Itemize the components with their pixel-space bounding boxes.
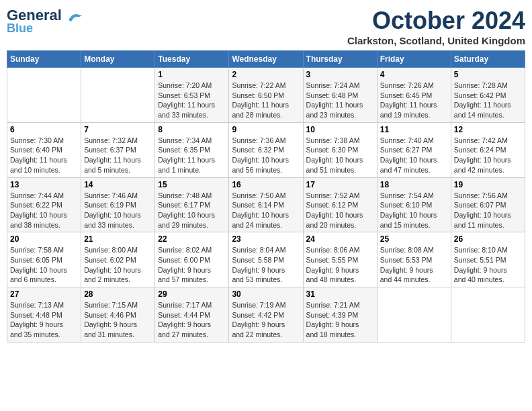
- day-info: Sunrise: 7:20 AM Sunset: 6:53 PM Dayligh…: [158, 81, 226, 120]
- day-info: Sunrise: 7:48 AM Sunset: 6:17 PM Dayligh…: [158, 191, 226, 230]
- day-number: 29: [158, 289, 226, 299]
- day-number: 31: [306, 289, 374, 299]
- day-info: Sunrise: 7:56 AM Sunset: 6:07 PM Dayligh…: [454, 191, 522, 230]
- logo: General Blue: [7, 7, 85, 36]
- day-cell: 9Sunrise: 7:36 AM Sunset: 6:32 PM Daylig…: [229, 122, 303, 177]
- day-number: 30: [232, 289, 300, 299]
- bird-icon: [66, 11, 85, 24]
- day-number: 18: [380, 180, 448, 189]
- day-info: Sunrise: 8:02 AM Sunset: 6:00 PM Dayligh…: [158, 245, 226, 285]
- day-info: Sunrise: 7:17 AM Sunset: 4:44 PM Dayligh…: [158, 300, 226, 340]
- day-cell: 11Sunrise: 7:40 AM Sunset: 6:27 PM Dayli…: [377, 122, 451, 177]
- day-number: 14: [84, 180, 152, 189]
- day-cell: 17Sunrise: 7:52 AM Sunset: 6:12 PM Dayli…: [303, 177, 377, 232]
- day-info: Sunrise: 7:54 AM Sunset: 6:10 PM Dayligh…: [380, 191, 448, 230]
- weekday-header-sunday: Sunday: [7, 51, 81, 68]
- day-cell: 19Sunrise: 7:56 AM Sunset: 6:07 PM Dayli…: [451, 177, 525, 232]
- day-cell: 8Sunrise: 7:34 AM Sunset: 6:35 PM Daylig…: [155, 122, 229, 177]
- page-header: General Blue October 2024 Clarkston, Sco…: [7, 7, 525, 46]
- day-number: 17: [306, 180, 374, 189]
- day-info: Sunrise: 7:42 AM Sunset: 6:24 PM Dayligh…: [454, 136, 522, 175]
- day-number: 10: [306, 125, 374, 134]
- weekday-header-friday: Friday: [377, 51, 451, 68]
- day-number: 3: [306, 70, 374, 79]
- day-info: Sunrise: 7:21 AM Sunset: 4:39 PM Dayligh…: [306, 300, 374, 340]
- day-info: Sunrise: 7:46 AM Sunset: 6:19 PM Dayligh…: [84, 191, 152, 230]
- day-cell: 18Sunrise: 7:54 AM Sunset: 6:10 PM Dayli…: [377, 177, 451, 232]
- day-number: 13: [10, 180, 78, 189]
- day-info: Sunrise: 7:50 AM Sunset: 6:14 PM Dayligh…: [232, 191, 300, 230]
- day-info: Sunrise: 8:08 AM Sunset: 5:53 PM Dayligh…: [380, 245, 448, 285]
- day-cell: 23Sunrise: 8:04 AM Sunset: 5:58 PM Dayli…: [229, 232, 303, 287]
- day-cell: 29Sunrise: 7:17 AM Sunset: 4:44 PM Dayli…: [155, 287, 229, 342]
- week-row-2: 6Sunrise: 7:30 AM Sunset: 6:40 PM Daylig…: [7, 122, 525, 177]
- day-cell: 2Sunrise: 7:22 AM Sunset: 6:50 PM Daylig…: [229, 68, 303, 123]
- week-row-4: 20Sunrise: 7:58 AM Sunset: 6:05 PM Dayli…: [7, 232, 525, 287]
- day-number: 24: [306, 234, 374, 244]
- day-cell: 6Sunrise: 7:30 AM Sunset: 6:40 PM Daylig…: [7, 122, 81, 177]
- day-cell: 20Sunrise: 7:58 AM Sunset: 6:05 PM Dayli…: [7, 232, 81, 287]
- day-cell: 3Sunrise: 7:24 AM Sunset: 6:48 PM Daylig…: [303, 68, 377, 123]
- weekday-header-wednesday: Wednesday: [229, 51, 303, 68]
- day-number: 5: [454, 70, 522, 79]
- day-number: 23: [232, 234, 300, 244]
- day-info: Sunrise: 7:58 AM Sunset: 6:05 PM Dayligh…: [10, 245, 78, 285]
- day-info: Sunrise: 7:52 AM Sunset: 6:12 PM Dayligh…: [306, 191, 374, 230]
- day-info: Sunrise: 7:40 AM Sunset: 6:27 PM Dayligh…: [380, 136, 448, 175]
- weekday-header-thursday: Thursday: [303, 51, 377, 68]
- day-info: Sunrise: 7:26 AM Sunset: 6:45 PM Dayligh…: [380, 81, 448, 120]
- day-number: 11: [380, 125, 448, 134]
- day-number: 7: [84, 125, 152, 134]
- day-number: 25: [380, 234, 448, 244]
- day-number: 9: [232, 125, 300, 134]
- day-cell: 1Sunrise: 7:20 AM Sunset: 6:53 PM Daylig…: [155, 68, 229, 123]
- day-cell: 26Sunrise: 8:10 AM Sunset: 5:51 PM Dayli…: [451, 232, 525, 287]
- week-row-1: 1Sunrise: 7:20 AM Sunset: 6:53 PM Daylig…: [7, 68, 525, 123]
- day-info: Sunrise: 7:22 AM Sunset: 6:50 PM Dayligh…: [232, 81, 300, 120]
- day-cell: [377, 287, 451, 342]
- day-cell: [7, 68, 81, 123]
- day-cell: 21Sunrise: 8:00 AM Sunset: 6:02 PM Dayli…: [81, 232, 155, 287]
- weekday-header-saturday: Saturday: [451, 51, 525, 68]
- weekday-header-monday: Monday: [81, 51, 155, 68]
- day-number: 26: [454, 234, 522, 244]
- day-number: 22: [158, 234, 226, 244]
- calendar-table: SundayMondayTuesdayWednesdayThursdayFrid…: [7, 50, 525, 342]
- day-info: Sunrise: 7:38 AM Sunset: 6:30 PM Dayligh…: [306, 136, 374, 175]
- day-info: Sunrise: 8:00 AM Sunset: 6:02 PM Dayligh…: [84, 245, 152, 285]
- day-cell: 14Sunrise: 7:46 AM Sunset: 6:19 PM Dayli…: [81, 177, 155, 232]
- day-cell: [81, 68, 155, 123]
- day-info: Sunrise: 8:06 AM Sunset: 5:55 PM Dayligh…: [306, 245, 374, 285]
- week-row-3: 13Sunrise: 7:44 AM Sunset: 6:22 PM Dayli…: [7, 177, 525, 232]
- day-cell: 27Sunrise: 7:13 AM Sunset: 4:48 PM Dayli…: [7, 287, 81, 342]
- day-info: Sunrise: 7:36 AM Sunset: 6:32 PM Dayligh…: [232, 136, 300, 175]
- day-info: Sunrise: 7:30 AM Sunset: 6:40 PM Dayligh…: [10, 136, 78, 175]
- day-number: 27: [10, 289, 78, 299]
- day-info: Sunrise: 7:24 AM Sunset: 6:48 PM Dayligh…: [306, 81, 374, 120]
- day-info: Sunrise: 7:34 AM Sunset: 6:35 PM Dayligh…: [158, 136, 226, 175]
- logo-subtext: Blue: [7, 21, 33, 36]
- day-info: Sunrise: 8:10 AM Sunset: 5:51 PM Dayligh…: [454, 245, 522, 285]
- day-info: Sunrise: 7:19 AM Sunset: 4:42 PM Dayligh…: [232, 300, 300, 340]
- day-info: Sunrise: 7:15 AM Sunset: 4:46 PM Dayligh…: [84, 300, 152, 340]
- title-block: October 2024 Clarkston, Scotland, United…: [347, 7, 525, 46]
- day-cell: 7Sunrise: 7:32 AM Sunset: 6:37 PM Daylig…: [81, 122, 155, 177]
- day-number: 28: [84, 289, 152, 299]
- day-number: 4: [380, 70, 448, 79]
- day-number: 19: [454, 180, 522, 189]
- day-number: 6: [10, 125, 78, 134]
- day-info: Sunrise: 8:04 AM Sunset: 5:58 PM Dayligh…: [232, 245, 300, 285]
- day-number: 15: [158, 180, 226, 189]
- month-title: October 2024: [347, 7, 525, 35]
- day-info: Sunrise: 7:28 AM Sunset: 6:42 PM Dayligh…: [454, 81, 522, 120]
- day-cell: 10Sunrise: 7:38 AM Sunset: 6:30 PM Dayli…: [303, 122, 377, 177]
- day-info: Sunrise: 7:32 AM Sunset: 6:37 PM Dayligh…: [84, 136, 152, 175]
- day-info: Sunrise: 7:44 AM Sunset: 6:22 PM Dayligh…: [10, 191, 78, 230]
- day-number: 16: [232, 180, 300, 189]
- day-cell: 15Sunrise: 7:48 AM Sunset: 6:17 PM Dayli…: [155, 177, 229, 232]
- location-subtitle: Clarkston, Scotland, United Kingdom: [347, 35, 525, 46]
- day-cell: 31Sunrise: 7:21 AM Sunset: 4:39 PM Dayli…: [303, 287, 377, 342]
- day-cell: 12Sunrise: 7:42 AM Sunset: 6:24 PM Dayli…: [451, 122, 525, 177]
- day-cell: [451, 287, 525, 342]
- weekday-header-row: SundayMondayTuesdayWednesdayThursdayFrid…: [7, 51, 525, 68]
